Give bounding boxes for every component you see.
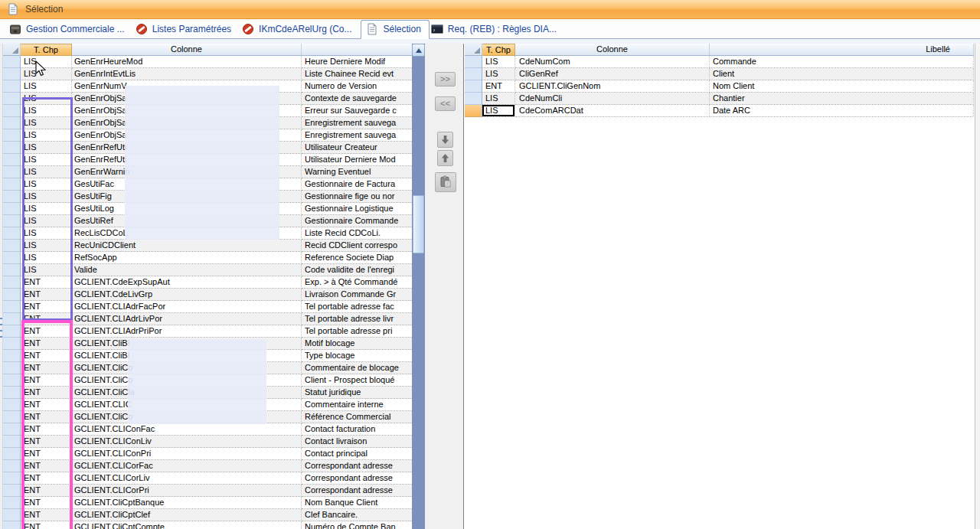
table-row[interactable]: ENT GCLIENT.CLIAdrPriPor Tel portable ad… xyxy=(3,325,412,338)
row-selector[interactable] xyxy=(3,56,21,68)
column-cell[interactable]: GenEnrNumV xyxy=(72,80,302,93)
type-cell[interactable]: ENT xyxy=(21,423,72,436)
table-row[interactable]: LIS RefSocApp Reference Societe Diap xyxy=(3,252,412,264)
column-cell[interactable]: GCLIENT.CLICorLiv xyxy=(72,472,302,485)
row-selector[interactable] xyxy=(3,521,21,529)
label-cell[interactable]: Statut juridique xyxy=(302,387,412,399)
label-cell[interactable]: Enregistrement sauvega xyxy=(302,117,412,129)
table-row[interactable]: LIS Valide Code validite de l'enregi xyxy=(3,264,412,276)
row-selector[interactable] xyxy=(3,350,21,362)
select-all-corner[interactable] xyxy=(3,44,21,56)
table-row[interactable]: LIS GesUtiLog Gestionnaire Logistique xyxy=(3,203,412,215)
paste-button[interactable] xyxy=(435,172,456,192)
type-cell[interactable]: ENT xyxy=(21,509,72,521)
column-cell[interactable]: GCLIENT.CliGenNom xyxy=(515,80,710,93)
row-selector[interactable] xyxy=(3,105,21,117)
type-cell[interactable]: LIS xyxy=(21,191,72,203)
column-cell[interactable]: GenEnrHeureMod xyxy=(72,56,302,68)
table-row[interactable]: ENT GCLIENT.CliCptCompte Numéro de Compt… xyxy=(3,521,412,529)
label-cell[interactable]: Contact principal xyxy=(302,448,412,460)
type-cell[interactable]: LIS xyxy=(21,166,72,178)
table-row[interactable]: ENT GCLIENT.CliCla Statut juridique xyxy=(3,387,412,399)
label-cell[interactable]: Numéro de Compte Ban xyxy=(302,521,412,529)
table-row[interactable]: LIS CdeComARCDat Date ARC xyxy=(465,105,974,117)
row-selector[interactable] xyxy=(465,93,482,105)
label-cell[interactable]: Utilisateur Derniere Mod xyxy=(302,154,412,166)
row-selector[interactable] xyxy=(3,423,21,436)
table-row[interactable]: ENT GCLIENT.CliGenNom Nom Client xyxy=(465,80,974,93)
table-row[interactable]: LIS GenEnrHeureMod Heure Derniere Modif xyxy=(3,56,412,68)
column-cell[interactable]: GCLIENT.CLIAdrPriPor xyxy=(72,325,302,338)
type-cell[interactable]: LIS xyxy=(21,129,72,142)
column-header-libelle[interactable] xyxy=(302,44,412,56)
column-cell[interactable]: RecUniCDClient xyxy=(72,240,302,252)
type-cell[interactable]: LIS xyxy=(21,56,72,68)
column-cell[interactable]: RefSocApp xyxy=(72,252,302,264)
type-cell[interactable]: LIS xyxy=(21,117,72,129)
type-cell[interactable]: ENT xyxy=(21,301,72,313)
column-cell[interactable]: GCLIENT.CLIConFac xyxy=(72,423,302,436)
move-up-button[interactable] xyxy=(437,150,453,166)
row-selector[interactable] xyxy=(3,472,21,485)
label-cell[interactable]: Liste Chainee Recid evt xyxy=(302,68,412,80)
column-cell[interactable]: GenEnrRefUti xyxy=(72,142,302,154)
type-cell[interactable]: ENT xyxy=(21,497,72,509)
row-selector[interactable] xyxy=(3,509,21,521)
table-row[interactable]: ENT GCLIENT.CdeExpSupAut Exp. > à Qté Co… xyxy=(3,276,412,289)
select-all-corner[interactable] xyxy=(465,44,482,56)
type-cell[interactable]: LIS xyxy=(21,105,72,117)
row-selector[interactable] xyxy=(3,313,21,325)
label-cell[interactable]: Exp. > à Qté Commandé xyxy=(302,276,412,289)
table-row[interactable]: LIS GenEnrObjSa Erreur sur Sauvegarde c xyxy=(3,105,412,117)
column-cell[interactable]: GenEnrObjSa xyxy=(72,117,302,129)
type-cell[interactable]: LIS xyxy=(21,215,72,227)
row-selector[interactable] xyxy=(3,411,21,423)
row-selector[interactable] xyxy=(465,68,482,80)
table-row[interactable]: ENT GCLIENT.CdeLivGrp Livraison Commande… xyxy=(3,289,412,301)
table-row[interactable]: LIS GesUtiFac Gestionnaire de Factura xyxy=(3,178,412,191)
type-cell[interactable]: LIS xyxy=(21,240,72,252)
type-cell[interactable]: LIS xyxy=(482,68,515,80)
table-row[interactable]: LIS GenEnrObjSa Enregistrement sauvega xyxy=(3,129,412,142)
column-cell[interactable]: GCLIENT.CLIConLiv xyxy=(72,436,302,448)
row-selector[interactable] xyxy=(3,362,21,374)
table-row[interactable]: ENT GCLIENT.CLICorFac Correspondant adre… xyxy=(3,460,412,472)
column-cell[interactable]: CdeNumCli xyxy=(515,93,710,105)
table-row[interactable]: LIS GenEnrNumV Numero de Version xyxy=(3,80,412,93)
row-selector[interactable] xyxy=(3,227,21,240)
column-cell[interactable]: GCLIENT.CLIConPri xyxy=(72,448,302,460)
column-cell[interactable]: GenEnrObjSa xyxy=(72,105,302,117)
column-cell[interactable]: CdeNumCom xyxy=(515,56,710,68)
label-cell[interactable]: Commentaire de blocage xyxy=(302,362,412,374)
column-cell[interactable]: GenEnrRefUti xyxy=(72,154,302,166)
label-cell[interactable]: Gestionnaire Logistique xyxy=(302,203,412,215)
tab-selection[interactable]: Sélection xyxy=(361,20,429,39)
label-cell[interactable]: Nom Client xyxy=(710,80,974,93)
row-selector[interactable] xyxy=(3,289,21,301)
table-row[interactable]: LIS CdeNumCli Chantier xyxy=(465,93,974,105)
table-row[interactable]: ENT GCLIENT.CLIAdrLivPor Tel portable ad… xyxy=(3,313,412,325)
row-selector[interactable] xyxy=(3,252,21,264)
column-cell[interactable]: RecLisCDCoL xyxy=(72,227,302,240)
label-cell[interactable]: Recid CDClient correspo xyxy=(302,240,412,252)
type-cell[interactable]: LIS xyxy=(21,203,72,215)
label-cell[interactable]: Reference Societe Diap xyxy=(302,252,412,264)
row-selector[interactable] xyxy=(3,338,21,350)
table-row[interactable]: ENT GCLIENT.CliCo Client - Prospect bloq… xyxy=(3,374,412,387)
table-row[interactable]: LIS GenEnrRefUti Utilisateur Createur xyxy=(3,142,412,154)
label-cell[interactable]: Contact livraison xyxy=(302,436,412,448)
row-selector[interactable] xyxy=(3,117,21,129)
column-cell[interactable]: CdeComARCDat xyxy=(515,105,710,117)
row-selector[interactable] xyxy=(3,325,21,338)
column-cell[interactable]: GenEnrObjSa xyxy=(72,129,302,142)
table-row[interactable]: ENT GCLIENT.CliBl Motif blocage xyxy=(3,338,412,350)
label-cell[interactable]: Chantier xyxy=(710,93,974,105)
row-selector[interactable] xyxy=(465,56,482,68)
type-cell[interactable]: LIS xyxy=(21,178,72,191)
row-selector[interactable] xyxy=(3,436,21,448)
row-selector[interactable] xyxy=(3,142,21,154)
row-selector[interactable] xyxy=(3,80,21,93)
row-selector[interactable] xyxy=(3,460,21,472)
type-cell[interactable]: LIS xyxy=(21,154,72,166)
label-cell[interactable]: Nom Banque Client xyxy=(302,497,412,509)
